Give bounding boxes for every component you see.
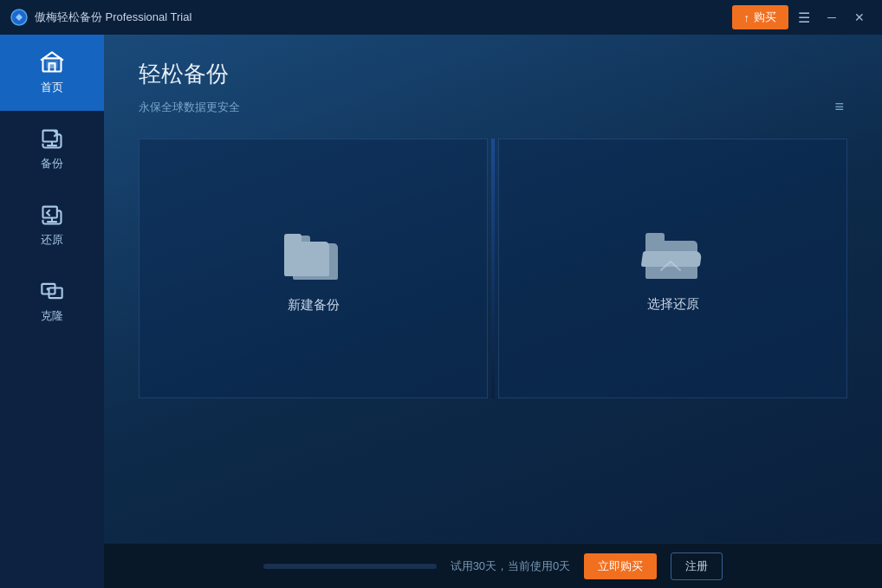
sidebar-home-label: 首页 bbox=[41, 80, 63, 95]
home-icon bbox=[40, 50, 64, 74]
page-subtitle: 永保全球数据更安全 bbox=[139, 100, 240, 115]
cards-container: 新建备份 bbox=[139, 139, 847, 398]
sidebar: 首页 备份 还原 bbox=[0, 35, 104, 588]
select-restore-label: 选择还原 bbox=[647, 296, 699, 313]
page-title: 轻松备份 bbox=[139, 59, 847, 89]
select-restore-card[interactable]: 选择还原 bbox=[498, 139, 847, 398]
open-folder-tab bbox=[645, 233, 665, 242]
new-backup-label: 新建备份 bbox=[288, 297, 340, 313]
close-icon: ✕ bbox=[854, 10, 865, 24]
upload-icon: ↑ bbox=[744, 11, 750, 24]
sidebar-item-backup[interactable]: 备份 bbox=[0, 111, 104, 187]
menu-button[interactable]: ☰ bbox=[792, 5, 816, 29]
backup-icon bbox=[40, 126, 64, 151]
sidebar-backup-label: 备份 bbox=[41, 156, 63, 171]
bottom-bar: 试用30天，当前使用0天 立即购买 注册 bbox=[104, 543, 882, 588]
content-area: 轻松备份 永保全球数据更安全 ≡ bbox=[104, 35, 882, 588]
main-layout: 首页 备份 还原 bbox=[0, 35, 882, 588]
new-backup-card[interactable]: 新建备份 bbox=[139, 139, 488, 398]
new-backup-icon bbox=[284, 224, 343, 280]
bottom-register-button[interactable]: 注册 bbox=[671, 552, 723, 580]
titlebar-controls: ↑ 购买 ☰ ─ ✕ bbox=[732, 5, 872, 29]
folder-front-shape bbox=[284, 242, 329, 276]
trial-progress-bar bbox=[263, 564, 437, 569]
close-button[interactable]: ✕ bbox=[847, 5, 872, 29]
content-spacer bbox=[104, 398, 882, 543]
subtitle-row: 永保全球数据更安全 ≡ bbox=[139, 98, 847, 116]
folder-tab-front bbox=[284, 234, 302, 243]
svg-point-7 bbox=[47, 288, 50, 291]
content-header: 轻松备份 永保全球数据更安全 ≡ bbox=[104, 35, 882, 125]
svg-rect-4 bbox=[43, 207, 57, 218]
card-divider bbox=[491, 139, 495, 398]
minimize-button[interactable]: ─ bbox=[820, 5, 844, 29]
content-menu-icon[interactable]: ≡ bbox=[834, 98, 847, 116]
minimize-icon: ─ bbox=[827, 10, 836, 24]
trial-text: 试用30天，当前使用0天 bbox=[451, 559, 571, 574]
sidebar-item-clone[interactable]: 克隆 bbox=[0, 263, 104, 339]
menu-icon: ☰ bbox=[798, 10, 810, 26]
sidebar-item-home[interactable]: 首页 bbox=[0, 35, 104, 111]
bottom-buy-button[interactable]: 立即购买 bbox=[584, 553, 657, 579]
sidebar-item-restore[interactable]: 还原 bbox=[0, 187, 104, 263]
clone-icon bbox=[40, 279, 64, 303]
app-title: 傲梅轻松备份 Professional Trial bbox=[35, 10, 191, 25]
restore-icon bbox=[40, 203, 64, 227]
app-icon bbox=[10, 9, 28, 26]
folder-open-indicator bbox=[658, 258, 684, 274]
sidebar-clone-label: 克隆 bbox=[41, 308, 63, 324]
buy-label: 购买 bbox=[754, 10, 776, 25]
header-buy-button[interactable]: ↑ 购买 bbox=[732, 5, 789, 29]
sidebar-restore-label: 还原 bbox=[41, 232, 63, 248]
titlebar-left: 傲梅轻松备份 Professional Trial bbox=[10, 9, 191, 26]
select-restore-icon bbox=[642, 225, 704, 279]
titlebar: 傲梅轻松备份 Professional Trial ↑ 购买 ☰ ─ ✕ bbox=[0, 0, 882, 35]
